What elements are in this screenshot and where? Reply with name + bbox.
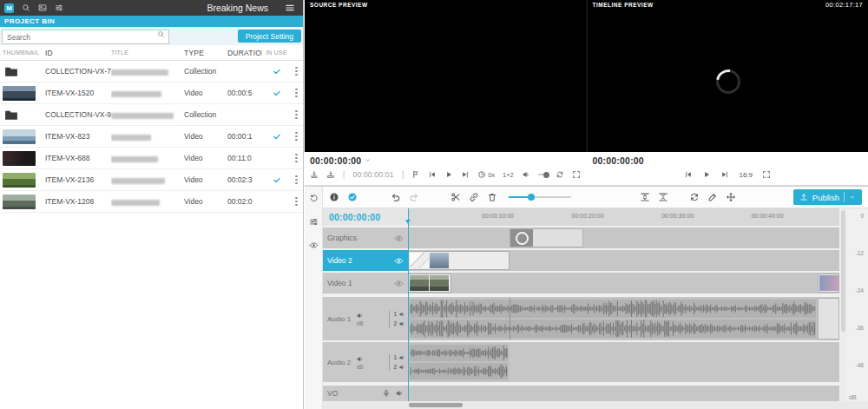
col-duration[interactable]: DURATION [227, 49, 262, 57]
visibility-icon[interactable] [394, 234, 404, 243]
kebab-menu-icon[interactable] [293, 130, 299, 142]
track-volume-icon[interactable] [356, 355, 364, 363]
horizontal-scrollbar[interactable] [323, 401, 868, 409]
delete-icon[interactable] [487, 192, 497, 202]
goto-end-icon[interactable] [720, 170, 729, 179]
audio-channels[interactable]: 1+2 [503, 171, 514, 179]
media-thumbnail[interactable] [3, 86, 36, 101]
track-header-graphics[interactable]: Graphics [323, 228, 408, 248]
media-thumbnail[interactable] [3, 129, 36, 144]
kebab-menu-icon[interactable] [293, 174, 299, 186]
goto-out-icon[interactable] [461, 170, 470, 179]
marker-icon[interactable] [411, 170, 420, 179]
col-title[interactable]: TITLE [111, 49, 184, 56]
vertical-scrollbar-thumb[interactable] [841, 210, 845, 332]
channel-volume-icon[interactable] [398, 364, 405, 371]
timeline-zoom-slider[interactable] [509, 196, 571, 198]
search-input-icon[interactable] [157, 30, 165, 38]
track-audio2[interactable] [408, 342, 839, 382]
link-icon[interactable] [469, 192, 479, 202]
preview-toggle-icon[interactable] [309, 241, 319, 250]
overwrite-icon[interactable] [326, 170, 335, 179]
kebab-menu-icon[interactable] [293, 195, 299, 208]
volume-icon[interactable] [522, 170, 530, 179]
playhead-timecode-cell[interactable]: 00:00:00:00 [323, 208, 408, 226]
col-thumbnail[interactable]: THUMBNAIL [0, 49, 45, 56]
expand-tracks-icon[interactable] [658, 192, 668, 202]
kebab-menu-icon[interactable] [293, 65, 299, 77]
timeline-ruler[interactable]: 00:00:10:0000:00:20:0000:00:30:0000:00:4… [408, 208, 839, 226]
track-header-vo[interactable]: VO [323, 386, 408, 401]
col-type[interactable]: TYPE [184, 49, 227, 57]
bin-row[interactable]: ITEM-VX-1208 Video 00:02:0 [0, 191, 303, 213]
razor-icon[interactable] [707, 192, 718, 202]
video-clip[interactable] [408, 251, 510, 270]
speed-clock-icon[interactable] [477, 170, 486, 179]
empty-clip[interactable] [818, 298, 839, 340]
channel-volume-icon[interactable] [398, 320, 405, 327]
bin-row[interactable]: COLLECTION-VX-769 Collection [0, 61, 303, 82]
media-thumbnail[interactable] [3, 108, 36, 122]
visibility-icon[interactable] [394, 279, 404, 288]
play-icon[interactable] [444, 170, 453, 179]
track-audio1[interactable] [408, 297, 839, 340]
horizontal-scrollbar-thumb[interactable] [409, 403, 463, 407]
filter-settings-icon[interactable] [55, 3, 63, 12]
zoom-slider-knob[interactable] [528, 194, 535, 201]
move-tool-icon[interactable] [726, 192, 736, 202]
track-graphics[interactable] [408, 228, 839, 248]
kebab-menu-icon[interactable] [293, 152, 299, 164]
track-vo[interactable] [408, 386, 839, 401]
clip-cut-line[interactable] [510, 298, 510, 340]
publish-dropdown-icon[interactable] [849, 194, 856, 201]
loop-icon[interactable] [556, 170, 564, 179]
kebab-menu-icon[interactable] [293, 87, 299, 99]
search-icon[interactable] [22, 3, 30, 12]
goto-in-icon[interactable] [428, 170, 437, 179]
fullscreen-icon[interactable] [572, 170, 581, 179]
wave-clip[interactable] [408, 298, 818, 340]
bin-row[interactable]: ITEM-VX-2136 Video 00:02:3 [0, 169, 303, 191]
history-icon[interactable] [309, 194, 319, 203]
timeline-preview-screen[interactable] [588, 10, 868, 152]
playhead-line[interactable] [408, 208, 409, 401]
media-thumbnail[interactable] [3, 173, 36, 188]
bin-row[interactable]: ITEM-VX-688 Video 00:11:0 [0, 148, 303, 169]
insert-icon[interactable] [310, 170, 319, 179]
cut-icon[interactable] [450, 192, 461, 202]
media-thumbnail[interactable] [3, 151, 36, 166]
track-video2[interactable] [408, 250, 839, 271]
source-preview-screen[interactable] [305, 10, 586, 152]
collapse-tracks-icon[interactable] [640, 192, 650, 202]
wave-clip[interactable] [408, 343, 510, 381]
media-thumbnail[interactable] [3, 64, 36, 79]
visibility-icon[interactable] [394, 256, 404, 266]
volume-slider[interactable] [538, 174, 548, 175]
kebab-menu-icon[interactable] [293, 109, 299, 121]
channel-volume-icon[interactable] [398, 311, 405, 318]
bin-row[interactable]: ITEM-VX-1520 Video 00:00:5 [0, 82, 303, 104]
fullscreen-icon[interactable] [762, 170, 771, 179]
redo-icon[interactable] [409, 192, 419, 202]
timeline-settings-icon[interactable] [309, 217, 319, 227]
mic-icon[interactable] [382, 389, 391, 398]
search-input[interactable] [2, 30, 169, 44]
col-id[interactable]: ID [45, 49, 111, 57]
bin-row[interactable]: ITEM-VX-823 Video 00:00:1 [0, 126, 303, 148]
timecode-caret-icon[interactable] [364, 156, 372, 164]
video-clip[interactable] [818, 274, 839, 293]
track-header-audio2[interactable]: Audio 2 dB 1 2 [323, 342, 408, 382]
undo-icon[interactable] [391, 192, 401, 202]
media-library-icon[interactable] [38, 3, 47, 12]
aspect-ratio-label[interactable]: 16:9 [739, 171, 753, 179]
loop-playback-icon[interactable] [689, 192, 700, 202]
track-header-video1[interactable]: Video 1 [323, 273, 408, 294]
col-in-use[interactable]: IN USE [262, 49, 291, 56]
publish-button[interactable]: Publish [793, 189, 862, 205]
track-header-video2[interactable]: Video 2 [323, 250, 408, 271]
vertical-scrollbar[interactable] [840, 208, 846, 401]
channel-volume-icon[interactable] [398, 354, 405, 361]
video-clip[interactable] [408, 274, 451, 293]
media-thumbnail[interactable] [3, 195, 36, 209]
track-volume-icon[interactable] [395, 389, 404, 398]
